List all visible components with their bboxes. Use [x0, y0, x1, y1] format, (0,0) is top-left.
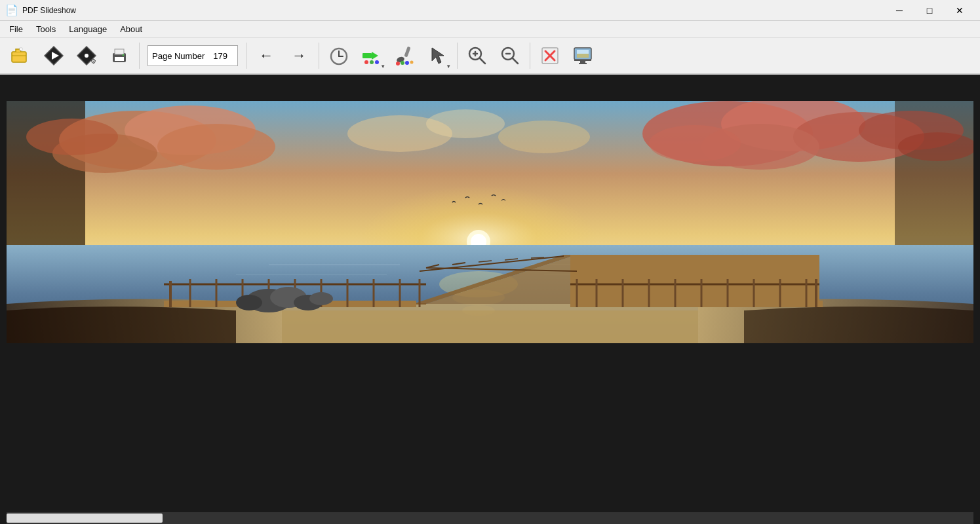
window-controls: ─ □ ✕	[884, 0, 975, 21]
svg-point-4	[85, 54, 88, 58]
svg-point-21	[396, 62, 400, 66]
svg-point-23	[405, 61, 409, 65]
separator-1	[139, 43, 140, 69]
svg-point-22	[401, 61, 404, 65]
zoom-out-icon	[500, 45, 520, 66]
open-icon	[10, 45, 31, 66]
monitor-icon	[572, 45, 593, 66]
toolbar: ⚙ Page Number ← →	[0, 38, 980, 75]
page-number-input[interactable]	[207, 47, 233, 65]
menu-tools[interactable]: Tools	[29, 23, 62, 35]
slide-image	[7, 101, 973, 343]
close-button[interactable]: ✕	[945, 0, 975, 21]
menu-about[interactable]: About	[113, 23, 149, 35]
svg-marker-15	[372, 52, 378, 60]
transition-button[interactable]	[356, 40, 387, 71]
separator-2	[246, 43, 246, 69]
minimize-button[interactable]: ─	[884, 0, 914, 21]
svg-rect-7	[115, 57, 124, 61]
svg-point-55	[498, 121, 590, 153]
play-button[interactable]	[38, 40, 69, 71]
zoom-out-button[interactable]	[494, 40, 526, 71]
menu-file[interactable]: File	[3, 23, 29, 35]
close-slide-icon	[539, 45, 560, 66]
svg-rect-41	[579, 63, 587, 64]
svg-point-9	[123, 54, 125, 56]
open-button[interactable]	[5, 40, 37, 71]
transition-icon	[361, 45, 382, 66]
zoom-in-icon	[467, 45, 488, 66]
cursor-icon	[427, 45, 448, 66]
zoom-in-button[interactable]	[461, 40, 493, 71]
svg-point-54	[426, 109, 505, 138]
svg-line-32	[513, 58, 519, 64]
print-button[interactable]	[104, 40, 135, 71]
svg-point-18	[375, 60, 379, 64]
svg-point-61	[649, 125, 741, 162]
page-number-label: Page Number	[152, 51, 205, 61]
play-icon	[43, 45, 64, 66]
svg-rect-72	[570, 301, 823, 307]
svg-point-51	[157, 124, 275, 170]
svg-rect-8	[115, 49, 124, 54]
scene-svg	[7, 101, 973, 343]
scrollbar[interactable]	[7, 512, 973, 524]
app-icon: 📄	[5, 4, 18, 16]
settings-button[interactable]: ⚙	[71, 40, 102, 71]
svg-rect-0	[12, 52, 26, 62]
prev-button[interactable]: ←	[250, 40, 282, 71]
page-number-group: Page Number	[147, 45, 238, 66]
svg-line-29	[480, 58, 486, 64]
settings-icon: ⚙	[76, 45, 97, 66]
separator-3	[319, 43, 319, 69]
cursor-button[interactable]	[421, 40, 453, 71]
timer-button[interactable]	[323, 40, 355, 71]
print-icon	[109, 45, 130, 66]
next-icon: →	[292, 47, 306, 64]
app-title: PDF Slideshow	[22, 6, 76, 15]
title-bar: 📄 PDF Slideshow ─ □ ✕	[0, 0, 980, 21]
fullscreen-button[interactable]	[567, 40, 598, 71]
paint-icon	[394, 45, 415, 66]
scroll-thumb[interactable]	[7, 514, 163, 523]
svg-line-111	[531, 257, 544, 258]
svg-point-52	[26, 119, 118, 155]
menu-bar: File Tools Language About	[0, 21, 980, 38]
svg-rect-39	[574, 60, 591, 61]
separator-5	[530, 43, 530, 69]
slide-container	[0, 75, 980, 524]
close-slide-button[interactable]	[534, 40, 566, 71]
svg-point-24	[410, 61, 414, 64]
svg-point-117	[309, 292, 333, 305]
svg-point-17	[370, 60, 374, 64]
svg-marker-25	[432, 48, 444, 64]
next-button[interactable]: →	[283, 40, 315, 71]
svg-point-62	[898, 132, 973, 161]
clock-icon	[328, 45, 349, 66]
svg-rect-14	[363, 53, 372, 58]
main-content	[0, 75, 980, 524]
menu-language[interactable]: Language	[62, 23, 113, 35]
svg-point-16	[364, 60, 368, 64]
svg-point-116	[236, 295, 262, 310]
separator-4	[457, 43, 458, 69]
prev-icon: ←	[259, 47, 273, 64]
paint-button[interactable]	[389, 40, 420, 71]
svg-text:⚙: ⚙	[90, 58, 96, 65]
svg-rect-38	[577, 54, 589, 58]
svg-rect-19	[404, 47, 411, 58]
svg-rect-40	[580, 61, 585, 63]
restore-button[interactable]: □	[914, 0, 945, 21]
